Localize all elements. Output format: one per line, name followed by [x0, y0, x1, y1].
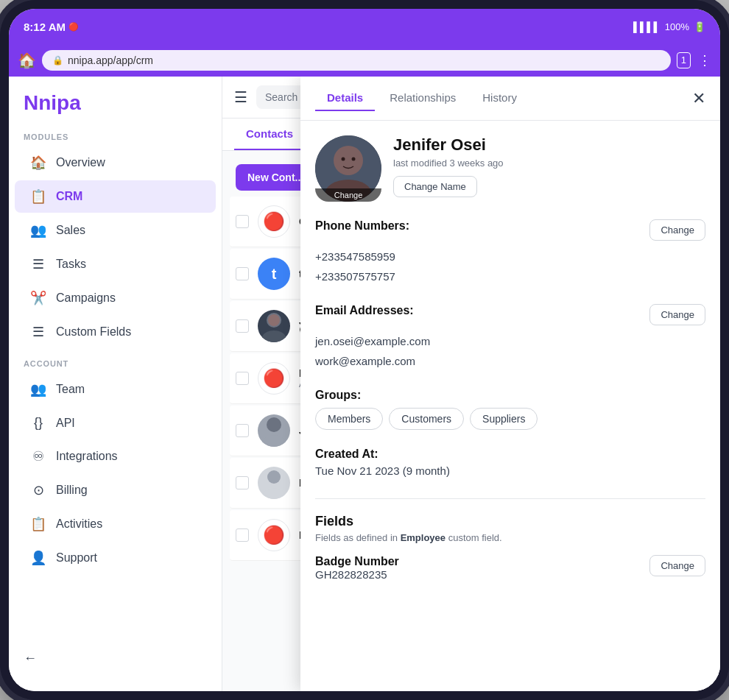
back-arrow-icon: ←: [24, 651, 37, 666]
modules-section-label: MODULES: [9, 122, 222, 146]
svg-point-2: [268, 314, 280, 326]
sidebar-item-billing[interactable]: ⊙ Billing: [15, 474, 216, 506]
email-change-button[interactable]: Change: [649, 304, 705, 325]
sidebar-item-label: Custom Fields: [56, 325, 131, 339]
sidebar-item-api[interactable]: {} API: [15, 407, 216, 439]
sidebar-item-custom-fields[interactable]: ☰ Custom Fields: [15, 316, 216, 348]
svg-point-10: [342, 158, 345, 161]
battery-level: 100%: [665, 21, 689, 32]
badge-change-button[interactable]: Change: [649, 555, 705, 576]
contact-photo-container: Change: [315, 135, 381, 202]
section-divider: [315, 498, 705, 499]
main-content: ☰ Search Contacts Gro... New Cont...: [222, 77, 720, 691]
close-button[interactable]: ✕: [692, 91, 705, 107]
fields-title: Fields: [315, 514, 705, 529]
detail-tabs: Details Relationships History: [315, 85, 529, 111]
email-value-2: work@example.com: [315, 351, 705, 371]
email-section: Email Addresses: Change jen.osei@example…: [315, 304, 705, 371]
phone-value-1: +233547585959: [315, 247, 705, 266]
created-section-title: Created At:: [315, 448, 705, 461]
email-values: jen.osei@example.com work@example.com: [315, 331, 705, 371]
tab-details[interactable]: Details: [315, 85, 375, 111]
tab-relationships[interactable]: Relationships: [378, 85, 468, 111]
sidebar-item-label: Tasks: [56, 258, 86, 271]
sidebar-item-integrations[interactable]: ♾ Integrations: [15, 440, 216, 473]
change-name-button[interactable]: Change Name: [393, 176, 477, 197]
back-button[interactable]: ←: [9, 640, 222, 676]
browser-menu-icon[interactable]: ⋮: [698, 52, 711, 68]
svg-point-3: [267, 417, 281, 432]
sidebar-item-team[interactable]: 👥 Team: [15, 373, 216, 406]
contact-full-name: Jenifer Osei: [393, 135, 705, 155]
avatar: 🔴: [258, 205, 290, 238]
avatar: t: [258, 258, 290, 290]
fields-subtitle: Fields as defined in Employee custom fie…: [315, 532, 705, 543]
groups-section: Groups: Members Customers Suppliers: [315, 389, 705, 430]
groups-container: Members Customers Suppliers: [315, 408, 705, 430]
svg-point-1: [262, 330, 286, 342]
sidebar-item-label: Support: [56, 551, 97, 565]
billing-icon: ⊙: [29, 482, 47, 498]
tasks-icon: ☰: [29, 256, 47, 272]
custom-fields-icon: ☰: [29, 324, 47, 340]
avatar-image: [258, 310, 290, 342]
checkbox[interactable]: [236, 319, 249, 333]
section-header: Phone Numbers: Change: [315, 219, 705, 241]
sidebar-item-overview[interactable]: 🏠 Overview: [15, 146, 216, 179]
sidebar-item-crm[interactable]: 📋 CRM: [15, 180, 216, 213]
sidebar-item-tasks[interactable]: ☰ Tasks: [15, 248, 216, 280]
group-badge-customers[interactable]: Customers: [389, 408, 464, 430]
sidebar-item-label: CRM: [56, 190, 82, 203]
url-text: nnipa.app/app/crm: [68, 54, 153, 66]
group-badge-suppliers[interactable]: Suppliers: [470, 408, 538, 430]
crm-icon: 📋: [29, 188, 47, 205]
tab-switcher-icon[interactable]: 1: [677, 52, 691, 68]
detail-body: Change Jenifer Osei last modified 3 week…: [300, 121, 720, 691]
sidebar-item-label: Activities: [56, 517, 102, 531]
sidebar-item-campaigns[interactable]: ✂️ Campaigns: [15, 282, 216, 314]
tab-history[interactable]: History: [471, 85, 529, 111]
url-bar[interactable]: 🔒 nnipa.app/app/crm: [42, 50, 671, 71]
svg-point-6: [263, 488, 285, 499]
home-icon[interactable]: 🏠: [18, 52, 36, 69]
sidebar-item-support[interactable]: 👤 Support: [15, 542, 216, 574]
app-content: Nnipa MODULES 🏠 Overview 📋 CRM 👥 Sales ☰…: [9, 77, 720, 691]
status-icons: ▌▌▌▌ 100% 🔋: [633, 21, 705, 32]
checkbox[interactable]: [236, 528, 249, 542]
signal-bars-icon: ▌▌▌▌: [633, 21, 661, 32]
avatar: [258, 414, 290, 447]
hamburger-icon[interactable]: ☰: [234, 88, 247, 106]
phone-screen: 8:12 AM 🔴 ▌▌▌▌ 100% 🔋 🏠 🔒 nnipa.app/app/…: [9, 9, 720, 691]
sidebar-item-label: Overview: [56, 156, 105, 169]
groups-section-title: Groups:: [315, 389, 705, 402]
svg-point-5: [267, 470, 281, 484]
checkbox[interactable]: [236, 267, 249, 280]
field-value: GH282828235: [315, 568, 399, 581]
search-placeholder: Search: [265, 91, 297, 103]
tab-contacts[interactable]: Contacts: [234, 119, 305, 150]
svg-point-4: [262, 435, 286, 447]
sidebar-item-label: Team: [56, 383, 85, 396]
account-section-label: ACCOUNT: [9, 349, 222, 372]
created-value: Tue Nov 21 2023 (9 month): [315, 461, 705, 481]
team-icon: 👥: [29, 381, 47, 397]
integrations-icon: ♾: [29, 448, 47, 464]
avatar: 🔴: [258, 362, 290, 395]
contact-header-section: Change Jenifer Osei last modified 3 week…: [315, 135, 705, 202]
phone-value-2: +233507575757: [315, 266, 705, 286]
checkbox[interactable]: [236, 372, 249, 385]
checkbox[interactable]: [236, 424, 249, 437]
sidebar-item-label: API: [56, 417, 75, 430]
lock-icon: 🔒: [52, 55, 63, 66]
sidebar-item-label: Integrations: [56, 450, 118, 463]
email-section-title: Email Addresses:: [315, 304, 414, 317]
sidebar-item-sales[interactable]: 👥 Sales: [15, 214, 216, 247]
group-badge-members[interactable]: Members: [315, 408, 383, 430]
sidebar-item-label: Campaigns: [56, 291, 116, 305]
status-time: 8:12 AM 🔴: [24, 21, 79, 33]
change-photo-button[interactable]: Change: [315, 188, 381, 202]
phone-change-button[interactable]: Change: [649, 219, 705, 241]
checkbox[interactable]: [236, 215, 249, 228]
sidebar-item-activities[interactable]: 📋 Activities: [15, 508, 216, 540]
checkbox[interactable]: [236, 476, 249, 489]
